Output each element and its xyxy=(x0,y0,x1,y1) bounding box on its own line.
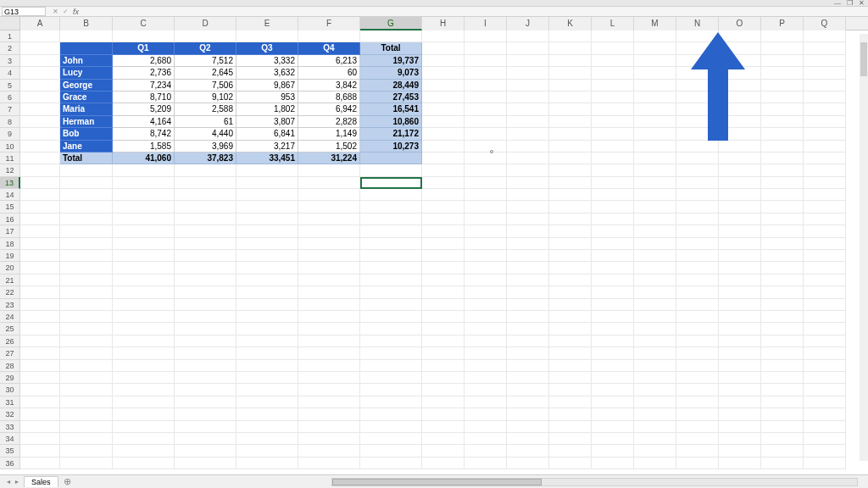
cell[interactable] xyxy=(360,164,422,176)
cell[interactable] xyxy=(804,458,846,469)
cell[interactable] xyxy=(20,421,60,433)
cell[interactable] xyxy=(236,347,298,359)
cell[interactable] xyxy=(60,445,113,457)
cell[interactable] xyxy=(634,360,676,372)
cell[interactable] xyxy=(719,445,761,457)
cell[interactable] xyxy=(298,30,360,42)
cell[interactable] xyxy=(236,274,298,286)
cell[interactable] xyxy=(761,103,804,115)
cell[interactable] xyxy=(422,128,465,140)
cell[interactable] xyxy=(298,250,360,262)
cell[interactable] xyxy=(676,30,719,42)
col-header-D[interactable]: D xyxy=(175,17,236,30)
row-header[interactable]: 27 xyxy=(0,347,20,359)
cell[interactable] xyxy=(465,128,507,140)
cell[interactable] xyxy=(592,372,634,384)
cell[interactable] xyxy=(113,250,175,262)
cell[interactable] xyxy=(549,262,592,274)
row-header[interactable]: 18 xyxy=(0,238,20,250)
cell[interactable] xyxy=(422,384,465,396)
cell[interactable] xyxy=(549,360,592,372)
cell[interactable] xyxy=(719,177,761,189)
cell[interactable] xyxy=(360,396,422,408)
cell[interactable] xyxy=(175,225,236,237)
cell[interactable]: 3,842 xyxy=(298,80,360,92)
cell[interactable] xyxy=(236,360,298,372)
cell[interactable] xyxy=(592,55,634,67)
cell[interactable] xyxy=(634,372,676,384)
cell[interactable] xyxy=(592,30,634,42)
cell[interactable]: 3,632 xyxy=(236,67,298,79)
cell[interactable] xyxy=(804,92,846,103)
cell[interactable] xyxy=(634,214,676,225)
cell[interactable] xyxy=(804,201,846,213)
cell[interactable] xyxy=(761,458,804,469)
cell[interactable]: 9,867 xyxy=(236,80,298,92)
cell[interactable] xyxy=(236,238,298,250)
cell[interactable] xyxy=(465,152,507,164)
row-header[interactable]: 30 xyxy=(0,384,20,396)
cell[interactable] xyxy=(719,164,761,176)
cell[interactable]: 60 xyxy=(298,67,360,79)
cell[interactable] xyxy=(236,177,298,189)
col-header-N[interactable]: N xyxy=(676,17,719,30)
cell[interactable] xyxy=(465,103,507,115)
cell[interactable] xyxy=(236,225,298,237)
cell[interactable] xyxy=(20,67,60,79)
cell[interactable] xyxy=(175,274,236,286)
cell[interactable] xyxy=(360,152,422,164)
cell[interactable] xyxy=(298,384,360,396)
row-header[interactable]: 9 xyxy=(0,128,20,140)
cell[interactable] xyxy=(20,360,60,372)
cell[interactable] xyxy=(761,80,804,92)
cell[interactable] xyxy=(236,421,298,433)
cell[interactable] xyxy=(60,42,113,54)
cell[interactable]: Total xyxy=(60,152,113,164)
cell[interactable]: 28,449 xyxy=(360,80,422,92)
cell[interactable] xyxy=(676,347,719,359)
cell[interactable] xyxy=(507,458,549,469)
cell[interactable] xyxy=(175,347,236,359)
cell[interactable] xyxy=(804,311,846,323)
cell[interactable]: 8,688 xyxy=(298,92,360,103)
sheet-tab-sales[interactable]: Sales xyxy=(24,476,58,487)
cell[interactable] xyxy=(465,336,507,347)
cell[interactable] xyxy=(719,286,761,298)
cell[interactable] xyxy=(804,177,846,189)
cell[interactable] xyxy=(634,433,676,445)
cell[interactable] xyxy=(360,458,422,469)
cell[interactable] xyxy=(719,152,761,164)
cell[interactable] xyxy=(236,323,298,335)
cell[interactable] xyxy=(465,433,507,445)
cell[interactable] xyxy=(113,164,175,176)
cell[interactable] xyxy=(634,408,676,420)
cell[interactable] xyxy=(549,433,592,445)
cell[interactable] xyxy=(676,238,719,250)
cell[interactable] xyxy=(592,214,634,225)
cell[interactable] xyxy=(676,92,719,103)
row-header[interactable]: 34 xyxy=(0,433,20,445)
cell[interactable] xyxy=(465,201,507,213)
cell[interactable] xyxy=(634,141,676,152)
cell[interactable] xyxy=(592,141,634,152)
cell[interactable] xyxy=(175,299,236,311)
cell[interactable] xyxy=(592,286,634,298)
cell[interactable] xyxy=(804,67,846,79)
cell[interactable] xyxy=(507,408,549,420)
cell[interactable] xyxy=(465,323,507,335)
cell[interactable] xyxy=(761,128,804,140)
cell[interactable] xyxy=(20,299,60,311)
cell[interactable] xyxy=(719,299,761,311)
cell[interactable] xyxy=(592,323,634,335)
cell[interactable] xyxy=(507,141,549,152)
name-box[interactable]: G13 xyxy=(2,7,46,16)
cell[interactable] xyxy=(634,177,676,189)
cell[interactable] xyxy=(175,323,236,335)
cell[interactable] xyxy=(804,128,846,140)
cell[interactable] xyxy=(360,323,422,335)
cell[interactable] xyxy=(465,347,507,359)
row-header[interactable]: 32 xyxy=(0,408,20,420)
cell[interactable] xyxy=(360,286,422,298)
row-header[interactable]: 28 xyxy=(0,360,20,372)
cell[interactable] xyxy=(422,214,465,225)
